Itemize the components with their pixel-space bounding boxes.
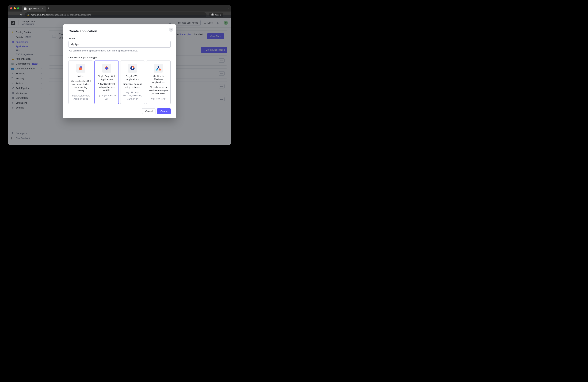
modal-title: Create application (68, 29, 171, 33)
browser-tab[interactable]: Applications ✕ (22, 6, 46, 12)
m2m-icon (154, 64, 163, 72)
minimize-window-icon[interactable] (14, 7, 16, 9)
tab-close-icon[interactable]: ✕ (41, 7, 44, 10)
spa-icon (102, 64, 111, 72)
app-type-spa[interactable]: Single Page Web Applications A JavaScrip… (94, 61, 119, 104)
app-type-m2m[interactable]: Machine to Machine Applications CLIs, da… (146, 61, 171, 104)
tab-title: Applications (28, 7, 39, 10)
svg-rect-4 (79, 67, 82, 70)
app-type-native[interactable]: Native Mobile, desktop, CLI and smart de… (68, 61, 93, 104)
maximize-window-icon[interactable] (17, 7, 19, 9)
modal-actions: Cancel Create (68, 108, 171, 114)
native-icon (76, 64, 85, 72)
create-application-modal: ✕ Create application Name * You can chan… (63, 24, 176, 118)
name-help-text: You can change the application name late… (68, 49, 171, 52)
app-type-cards: Native Mobile, desktop, CLI and smart de… (68, 61, 171, 104)
window-controls (10, 7, 19, 9)
cancel-button[interactable]: Cancel (142, 108, 155, 114)
name-label: Name * (68, 37, 171, 40)
svg-point-8 (132, 67, 133, 69)
svg-line-13 (158, 67, 160, 70)
svg-marker-6 (105, 67, 108, 70)
app-type-regular-web[interactable]: Regular Web Applications Traditional web… (120, 61, 145, 104)
application-name-input[interactable] (68, 41, 171, 48)
tab-favicon-icon (24, 7, 26, 10)
required-mark: * (75, 37, 76, 40)
create-button[interactable]: Create (157, 108, 171, 114)
app-content: dev-8ppl3x9k Development ⌄ Discuss your … (8, 18, 231, 145)
browser-window: Applications ✕ + ⌄ ← → ⟳ 🔒 manage.auth0.… (8, 5, 231, 145)
titlebar: Applications ✕ + ⌄ (8, 5, 231, 12)
modal-close-button[interactable]: ✕ (169, 27, 173, 32)
tabs-dropdown-icon[interactable]: ⌄ (228, 7, 229, 10)
modal-backdrop[interactable]: ✕ Create application Name * You can chan… (8, 15, 231, 145)
type-section-label: Choose an application type (68, 56, 171, 59)
close-window-icon[interactable] (10, 7, 12, 9)
svg-line-12 (157, 67, 158, 70)
new-tab-button[interactable]: + (48, 7, 49, 10)
web-icon (128, 64, 137, 72)
